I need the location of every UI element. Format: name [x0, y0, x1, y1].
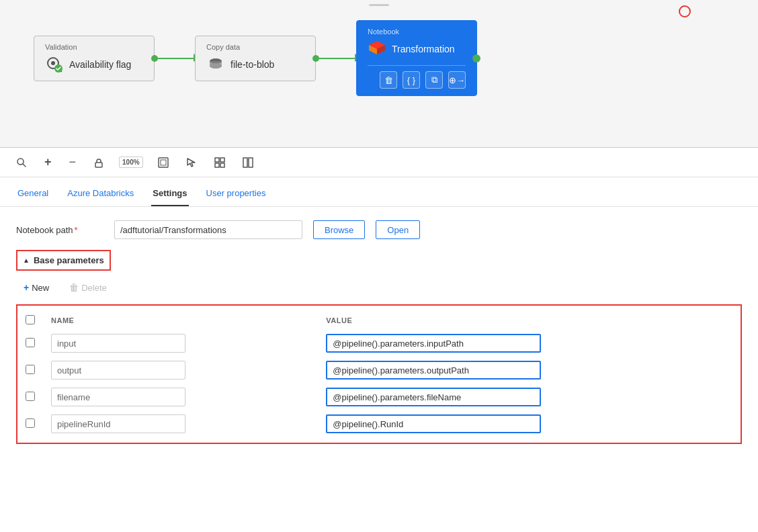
notebook-path-row: Notebook path* Browse Open — [16, 220, 742, 239]
browse-button[interactable]: Browse — [313, 220, 365, 239]
svg-line-11 — [23, 164, 26, 167]
svg-rect-17 — [220, 158, 224, 162]
node-header-validation: Validation — [45, 43, 143, 51]
table-row — [17, 330, 741, 357]
param-value-input-2[interactable] — [326, 388, 541, 406]
select-all-checkbox[interactable] — [26, 315, 35, 324]
param-name-input-1[interactable] — [51, 361, 185, 380]
pipeline-node-validation[interactable]: Validation Availability flag — [34, 36, 155, 81]
minus-toolbar-btn[interactable]: − — [67, 154, 79, 171]
svg-rect-16 — [215, 158, 219, 162]
node-copy-btn[interactable]: ⧉ — [425, 71, 443, 89]
table-row — [17, 357, 741, 384]
node-label-notebook: Transformation — [392, 44, 455, 54]
grid-toolbar-btn[interactable] — [240, 156, 256, 169]
drag-handle — [369, 4, 389, 6]
fit-screen-toolbar-btn[interactable] — [155, 156, 171, 169]
param-name-input-3[interactable] — [51, 414, 185, 433]
param-value-input-0[interactable] — [326, 334, 541, 353]
delete-param-button[interactable]: 🗑 Delete — [62, 279, 114, 296]
red-circle-indicator — [679, 5, 691, 17]
params-table-container: NAME VALUE — [16, 304, 742, 444]
svg-rect-13 — [159, 158, 168, 167]
node-delete-btn[interactable]: 🗑 — [380, 71, 397, 89]
row-0-checkbox[interactable] — [26, 338, 35, 347]
connector-2 — [316, 58, 356, 59]
row-2-checkbox[interactable] — [26, 392, 35, 401]
tab-general[interactable]: General — [16, 184, 50, 206]
params-table: NAME VALUE — [17, 311, 741, 437]
node-label-copy-data: file-to-blob — [230, 59, 274, 70]
connector-1 — [155, 58, 195, 59]
canvas-toolbar: + − 100% — [0, 148, 758, 177]
delete-param-label: Delete — [81, 283, 107, 293]
node-arrow-btn[interactable]: ⊕→ — [448, 71, 466, 89]
open-button[interactable]: Open — [376, 220, 420, 239]
node-label-validation: Availability flag — [69, 59, 131, 70]
zoom-toolbar-btn[interactable]: 100% — [119, 157, 143, 168]
col-value-header: VALUE — [318, 311, 741, 330]
col-name-header: NAME — [43, 311, 318, 330]
new-param-plus-icon: + — [24, 282, 29, 293]
layout-toolbar-btn[interactable] — [212, 156, 228, 169]
base-parameters-section[interactable]: ▲ Base parameters — [16, 250, 111, 271]
new-param-label: New — [32, 283, 49, 293]
copy-data-icon — [206, 55, 225, 74]
param-name-input-2[interactable] — [51, 388, 185, 406]
row-1-checkbox[interactable] — [26, 365, 35, 374]
tab-user-properties[interactable]: User properties — [205, 184, 267, 206]
required-star: * — [75, 225, 78, 235]
delete-param-icon: 🗑 — [69, 282, 79, 293]
settings-panel: Notebook path* Browse Open ▲ Base parame… — [0, 207, 758, 457]
svg-rect-21 — [249, 158, 253, 167]
settings-tabs: General Azure Databricks Settings User p… — [0, 177, 758, 207]
param-value-input-3[interactable] — [326, 414, 541, 433]
new-param-button[interactable]: + New — [16, 279, 56, 296]
databricks-icon — [368, 40, 386, 58]
row-3-checkbox[interactable] — [26, 418, 35, 428]
pipeline-canvas: Validation Availability flag — [0, 0, 758, 148]
table-row — [17, 384, 741, 410]
node-header-copy-data: Copy data — [206, 43, 304, 51]
svg-marker-15 — [187, 159, 195, 167]
svg-rect-18 — [215, 163, 219, 167]
svg-rect-14 — [161, 160, 166, 165]
svg-rect-19 — [220, 163, 224, 167]
params-toolbar: + New 🗑 Delete — [16, 279, 742, 296]
table-row — [17, 410, 741, 437]
active-right-connector — [472, 54, 480, 62]
svg-point-5 — [210, 63, 222, 69]
svg-rect-12 — [95, 163, 102, 167]
plus-toolbar-btn[interactable]: + — [42, 154, 54, 171]
tab-settings[interactable]: Settings — [151, 184, 188, 206]
pipeline-node-copy-data[interactable]: Copy data file-to-blob — [195, 36, 316, 81]
svg-rect-20 — [243, 158, 247, 167]
param-value-input-1[interactable] — [326, 361, 541, 380]
notebook-path-label: Notebook path* — [16, 225, 103, 235]
svg-point-2 — [51, 61, 55, 65]
validation-icon — [45, 55, 64, 74]
notebook-path-input[interactable] — [114, 220, 302, 239]
node-bracket-btn[interactable]: { } — [403, 71, 420, 89]
tab-azure-databricks[interactable]: Azure Databricks — [66, 184, 135, 206]
lock-toolbar-btn[interactable] — [91, 156, 107, 169]
search-toolbar-btn[interactable] — [13, 156, 30, 169]
base-parameters-label: Base parameters — [34, 255, 104, 265]
node-header-notebook: Notebook — [368, 28, 466, 36]
cursor-toolbar-btn[interactable] — [183, 156, 200, 169]
col-checkbox — [17, 311, 43, 330]
collapse-icon: ▲ — [23, 257, 30, 264]
pipeline-node-notebook[interactable]: Notebook Transformation 🗑 { } ⧉ ⊕→ — [356, 20, 477, 96]
param-name-input-0[interactable] — [51, 334, 185, 353]
